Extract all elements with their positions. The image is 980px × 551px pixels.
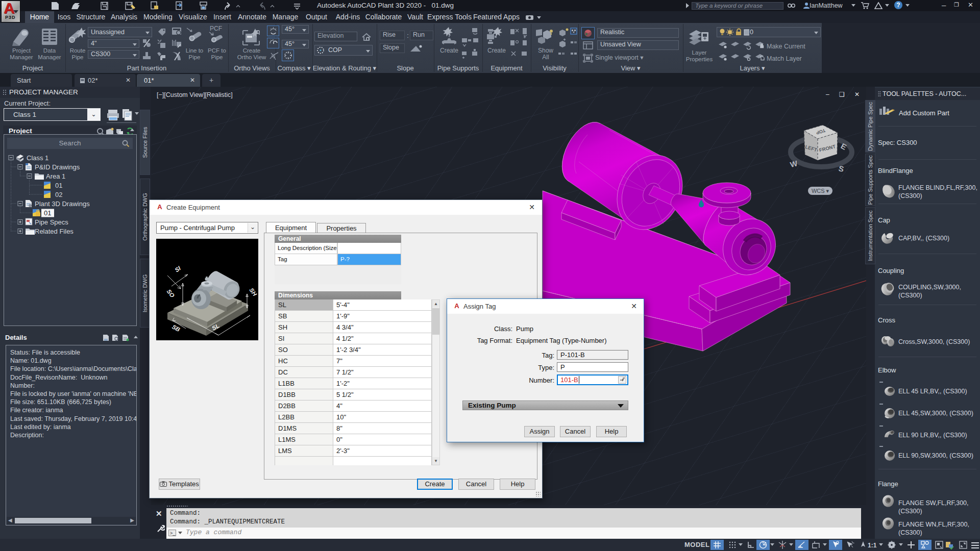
svg-text:Class 1: Class 1 (27, 154, 48, 162)
svg-text:Pipe Specs: Pipe Specs (35, 218, 68, 226)
svg-text:SO: SO (165, 288, 176, 299)
svg-text:P&ID Drawings: P&ID Drawings (35, 163, 80, 171)
svg-text:SH: SH (248, 287, 258, 297)
svg-text:Area 1: Area 1 (46, 172, 65, 180)
svg-text:Related Files: Related Files (35, 228, 74, 235)
svg-text:01: 01 (44, 209, 51, 217)
svg-text:SI: SI (174, 265, 182, 273)
svg-text:02: 02 (55, 191, 62, 198)
svg-text:Plant 3D Drawings: Plant 3D Drawings (35, 200, 90, 208)
svg-text:01: 01 (55, 182, 62, 189)
